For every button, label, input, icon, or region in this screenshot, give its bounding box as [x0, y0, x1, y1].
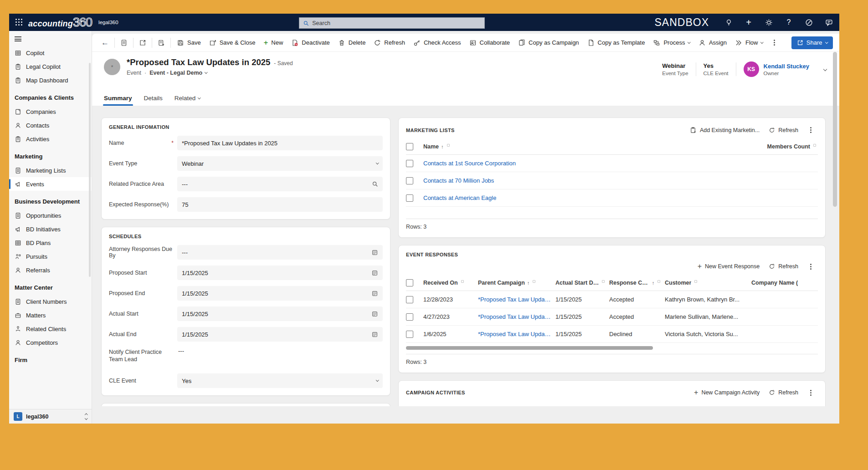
marketing-lists-overflow-button[interactable]	[804, 127, 818, 133]
owner-field[interactable]: KS Kendall Stuckey Owner	[736, 61, 816, 77]
sidebar-item-copilot[interactable]: Copilot	[9, 46, 92, 60]
row-checkbox[interactable]	[406, 177, 413, 184]
sidebar-item-related-clients[interactable]: Related Clients	[9, 322, 92, 336]
sidebar-item-companies[interactable]: Companies	[9, 105, 92, 118]
column-header-parent-campaign[interactable]: Parent Campaign↑	[478, 280, 555, 286]
proposed-start-date-input[interactable]: 1/15/2025	[177, 266, 383, 280]
column-header-actual-start-date[interactable]: Actual Start Dat...	[555, 280, 609, 286]
sidebar-item-events[interactable]: Events	[9, 177, 92, 191]
sidebar-item-bd-initiatives[interactable]: BD Initiatives	[9, 222, 92, 236]
share-button[interactable]: Share	[791, 36, 833, 49]
column-filter-icon[interactable]	[813, 144, 816, 147]
campaign-activities-overflow-button[interactable]	[804, 390, 818, 396]
sidebar-item-legal-copilot[interactable]: Legal Copilot	[9, 60, 92, 73]
row-checkbox[interactable]	[406, 194, 413, 202]
campaign-activities-refresh-button[interactable]: Refresh	[765, 387, 802, 398]
process-button[interactable]: Process	[649, 36, 694, 49]
column-header-members-count[interactable]: Members Count	[761, 143, 818, 150]
sidebar-item-opportunities[interactable]: Opportunities	[9, 209, 92, 222]
sidebar-item-contacts[interactable]: Contacts	[9, 118, 92, 132]
global-search[interactable]	[299, 17, 485, 29]
sidebar-item-marketing-lists[interactable]: Marketing Lists	[9, 163, 92, 177]
sidebar-item-matters[interactable]: Matters	[9, 308, 92, 322]
row-checkbox[interactable]	[406, 296, 413, 303]
proposed-end-date-input[interactable]: 1/15/2025	[177, 286, 383, 301]
table-row[interactable]: 12/28/2023 *Proposed Tax Law Updat... 1/…	[406, 291, 818, 308]
add-icon[interactable]: +	[745, 18, 753, 26]
add-existing-marketing-list-button[interactable]: Add Existing Marketin...	[686, 124, 763, 136]
copy-as-template-button[interactable]: Copy as Template	[583, 36, 649, 49]
new-form-icon[interactable]	[154, 36, 169, 49]
feedback-chat-icon[interactable]	[825, 18, 833, 26]
check-access-button[interactable]: Check Access	[409, 36, 465, 49]
refresh-button[interactable]: Refresh	[370, 36, 409, 49]
event-responses-refresh-button[interactable]: Refresh	[765, 261, 802, 272]
copy-as-campaign-button[interactable]: Copy as Campaign	[514, 36, 583, 49]
sidebar-item-client-numbers[interactable]: Client Numbers	[9, 295, 92, 308]
popout-icon[interactable]	[135, 36, 150, 49]
table-row[interactable]: Contacts at 70 Million Jobs	[406, 172, 818, 189]
new-event-response-button[interactable]: +New Event Response	[694, 261, 764, 272]
table-row[interactable]: Contacts at American Eagle	[406, 189, 818, 207]
column-header-name[interactable]: Name↑	[423, 143, 761, 150]
row-checkbox[interactable]	[406, 160, 413, 167]
column-header-response-code[interactable]: Response Code↑	[609, 280, 665, 286]
table-row[interactable]: 1/6/2025 *Proposed Tax Law Updat... 1/15…	[406, 326, 818, 343]
area-switcher[interactable]: L legal360	[9, 409, 92, 424]
column-filter-icon[interactable]	[461, 280, 464, 283]
sidebar-item-bd-plans[interactable]: BD Plans	[9, 236, 92, 250]
table-row[interactable]: Contacts at 1st Source Corporation	[406, 155, 818, 172]
select-all-checkbox[interactable]	[406, 279, 413, 286]
column-filter-icon[interactable]	[447, 144, 450, 147]
collaborate-button[interactable]: Collaborate	[465, 36, 514, 49]
assign-button[interactable]: Assign	[694, 36, 731, 49]
column-filter-icon[interactable]	[533, 280, 535, 283]
column-header-company-name[interactable]: Company Name (	[751, 280, 818, 286]
delete-button[interactable]: Delete	[334, 36, 370, 49]
side-pane-icon[interactable]	[117, 36, 131, 49]
new-button[interactable]: +New	[259, 36, 287, 49]
column-filter-icon[interactable]	[657, 280, 660, 283]
area-switch-chevrons-icon[interactable]	[85, 414, 87, 419]
horizontal-scrollbar[interactable]	[406, 346, 818, 350]
column-header-customer[interactable]: Customer	[665, 280, 751, 286]
owner-name-link[interactable]: Kendall Stuckey	[764, 63, 809, 70]
event-responses-overflow-button[interactable]	[804, 264, 818, 270]
column-filter-icon[interactable]	[602, 280, 605, 283]
horizontal-scrollbar-thumb[interactable]	[406, 346, 653, 350]
waffle-menu-icon[interactable]	[15, 19, 23, 26]
table-row[interactable]: 4/27/2023 *Proposed Tax Law Updat... 1/1…	[406, 308, 818, 326]
deactivate-button[interactable]: Deactivate	[287, 36, 334, 49]
command-overflow-button[interactable]	[767, 39, 781, 46]
search-input[interactable]	[312, 20, 481, 26]
attorney-responses-date-input[interactable]: ---	[177, 245, 383, 260]
actual-start-date-input[interactable]: 1/15/2025	[177, 307, 383, 321]
compose-icon[interactable]	[805, 18, 813, 26]
marketing-list-link[interactable]: Contacts at 70 Million Jobs	[423, 177, 494, 184]
sidebar-item-referrals[interactable]: Referrals	[9, 263, 92, 277]
help-icon[interactable]: ?	[785, 18, 793, 26]
marketing-lists-refresh-button[interactable]: Refresh	[765, 125, 802, 136]
sidebar-item-competitors[interactable]: Competitors	[9, 336, 92, 349]
sidebar-scrollbar[interactable]	[89, 63, 91, 277]
row-checkbox[interactable]	[406, 313, 413, 321]
back-button[interactable]: ←	[98, 36, 113, 50]
row-checkbox[interactable]	[406, 331, 413, 338]
column-header-received-on[interactable]: Received On	[423, 280, 478, 286]
form-selector[interactable]: Event - Legal Demo	[149, 70, 207, 76]
select-all-checkbox[interactable]	[406, 143, 413, 150]
parent-campaign-link[interactable]: *Proposed Tax Law Updat...	[478, 313, 551, 320]
marketing-list-link[interactable]: Contacts at American Eagle	[423, 194, 496, 201]
app-logo[interactable]: accounting360	[28, 15, 92, 30]
sidebar-collapse-icon[interactable]	[15, 36, 21, 41]
marketing-list-link[interactable]: Contacts at 1st Source Corporation	[423, 160, 516, 167]
actual-end-date-input[interactable]: 1/15/2025	[177, 327, 383, 342]
related-practice-area-lookup[interactable]: ---	[177, 177, 383, 191]
tab-summary[interactable]: Summary	[104, 95, 132, 106]
expected-response-input[interactable]: 75	[177, 197, 383, 212]
settings-gear-icon[interactable]	[765, 18, 773, 26]
vertical-scrollbar-thumb[interactable]	[833, 52, 837, 207]
cle-event-dropdown[interactable]: Yes	[177, 373, 383, 388]
tab-details[interactable]: Details	[144, 95, 163, 106]
event-type-dropdown[interactable]: Webinar	[177, 156, 383, 171]
